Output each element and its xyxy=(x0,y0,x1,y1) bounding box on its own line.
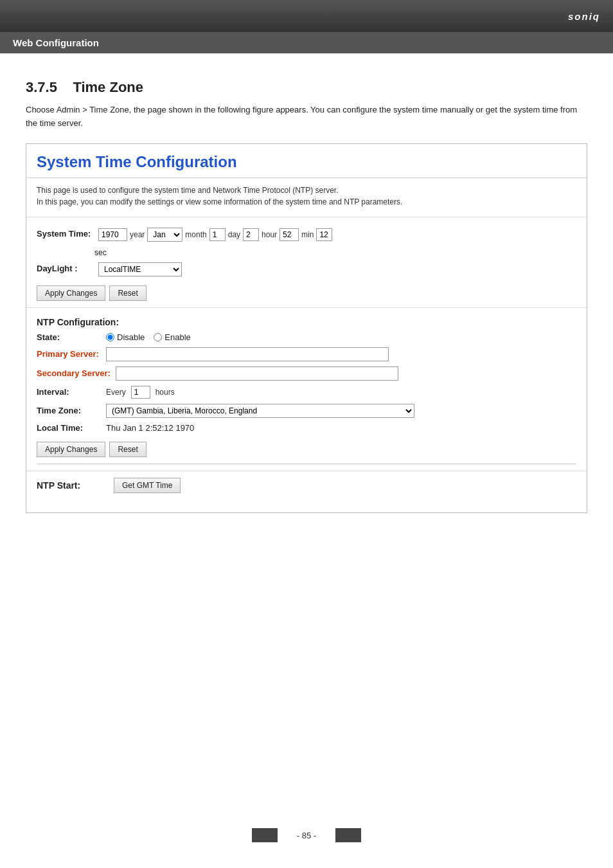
section-title: 3.7.5 Time Zone xyxy=(26,79,587,96)
section-heading: Time Zone xyxy=(73,79,143,95)
ntp-timezone-label: Time Zone: xyxy=(37,406,101,415)
ntp-secondary-input[interactable] xyxy=(116,366,398,381)
ntp-timezone-row: Time Zone: (GMT) Gambia, Liberia, Morocc… xyxy=(37,404,576,418)
config-desc-line1: This page is used to configure the syste… xyxy=(37,185,576,196)
ntp-interval-input[interactable] xyxy=(131,386,150,399)
sec-label: sec xyxy=(94,248,107,257)
system-time-label: System Time: xyxy=(37,228,94,239)
ntp-primary-row: Primary Server: xyxy=(37,347,576,361)
footer-page-number: - 85 - xyxy=(297,831,316,840)
ntp-disable-label: Disable xyxy=(117,332,145,342)
divider xyxy=(37,464,576,464)
bottom-button-row: Apply Changes Reset xyxy=(37,442,576,457)
ntp-interval-label: Interval: xyxy=(37,387,101,397)
ntp-secondary-label: Secondary Server: xyxy=(37,368,111,378)
intro-text: Choose Admin > Time Zone, the page shown… xyxy=(26,104,587,131)
daylight-label: DayLight : xyxy=(37,262,94,273)
min-unit: min xyxy=(301,230,314,239)
month-num-input[interactable] xyxy=(209,228,226,241)
ntp-state-row: State: Disable Enable xyxy=(37,332,576,342)
ntp-localtime-row: Local Time: Thu Jan 1 2:52:12 1970 xyxy=(37,423,576,433)
ntp-interval-unit: hours xyxy=(155,388,175,397)
ntp-table: State: Disable Enable Primary Server: xyxy=(26,332,587,457)
ntp-localtime-label: Local Time: xyxy=(37,423,101,433)
apply-changes-bottom-button[interactable]: Apply Changes xyxy=(37,442,105,457)
time-inputs: year Jan Feb Mar Apr May Jun Jul Aug Sep… xyxy=(98,228,332,242)
day-input[interactable] xyxy=(243,228,259,241)
ntp-enable-label: Enable xyxy=(164,332,190,342)
month-select[interactable]: Jan Feb Mar Apr May Jun Jul Aug Sep Oct … xyxy=(147,228,182,242)
page-content: 3.7.5 Time Zone Choose Admin > Time Zone… xyxy=(0,53,613,539)
footer-next-nav[interactable] xyxy=(335,828,361,842)
system-time-row: System Time: year Jan Feb Mar Apr May Ju… xyxy=(37,228,576,242)
ntp-primary-input[interactable] xyxy=(106,347,389,361)
daylight-select[interactable]: LocalTIME USA European xyxy=(98,262,182,276)
hour-unit: hour xyxy=(262,230,277,239)
ntp-start-row: NTP Start: Get GMT Time xyxy=(26,471,587,500)
reset-top-button[interactable]: Reset xyxy=(109,285,146,301)
month-unit: month xyxy=(185,230,206,239)
ntp-primary-label: Primary Server: xyxy=(37,349,101,359)
ntp-disable-radio[interactable] xyxy=(106,333,114,341)
footer-prev-nav[interactable] xyxy=(252,828,278,842)
system-time-section: System Time: year Jan Feb Mar Apr May Ju… xyxy=(26,217,587,301)
ntp-disable-option[interactable]: Disable xyxy=(106,332,145,342)
config-box-title: System Time Configuration xyxy=(26,144,587,178)
sec-row: sec xyxy=(94,248,576,257)
brand-logo: soniq xyxy=(568,11,600,22)
config-box-desc: This page is used to configure the syste… xyxy=(26,178,587,217)
day-unit: day xyxy=(228,230,240,239)
daylight-row: DayLight : LocalTIME USA European xyxy=(37,262,576,276)
reset-bottom-button[interactable]: Reset xyxy=(109,442,146,457)
section-number: 3.7.5 xyxy=(26,79,57,95)
get-gmt-time-button[interactable]: Get GMT Time xyxy=(114,478,181,493)
apply-changes-top-button[interactable]: Apply Changes xyxy=(37,285,105,301)
config-box: System Time Configuration This page is u… xyxy=(26,143,587,513)
ntp-localtime-value: Thu Jan 1 2:52:12 1970 xyxy=(106,423,194,433)
hour-input[interactable] xyxy=(280,228,299,241)
ntp-secondary-row: Secondary Server: xyxy=(37,366,576,381)
top-bar: soniq xyxy=(0,0,613,32)
ntp-interval-row: Interval: Every hours xyxy=(37,386,576,399)
banner-label: Web Configuration xyxy=(13,37,99,48)
year-input[interactable] xyxy=(98,228,127,241)
ntp-enable-radio[interactable] xyxy=(154,333,162,341)
config-desc-line2: In this page, you can modify the setting… xyxy=(37,196,576,208)
ntp-state-radio-group: Disable Enable xyxy=(106,332,191,342)
ntp-start-label: NTP Start: xyxy=(37,480,101,491)
ntp-section-title: NTP Configuration: xyxy=(26,307,587,332)
ntp-state-label: State: xyxy=(37,332,101,342)
year-unit: year xyxy=(130,230,145,239)
ntp-timezone-select[interactable]: (GMT) Gambia, Liberia, Morocco, England xyxy=(106,404,414,418)
ntp-enable-option[interactable]: Enable xyxy=(154,332,190,342)
page-footer: - 85 - xyxy=(0,828,613,842)
ntp-interval-prefix: Every xyxy=(106,388,126,397)
web-config-banner: Web Configuration xyxy=(0,32,613,53)
top-button-row: Apply Changes Reset xyxy=(37,285,576,301)
min-input[interactable] xyxy=(316,228,332,241)
